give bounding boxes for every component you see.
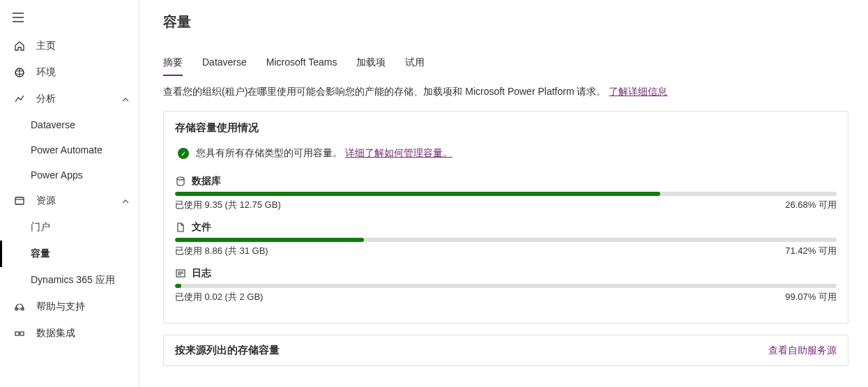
sidebar-item-label: 分析 [36,93,112,105]
usage-header: 文件 [175,221,837,234]
sidebar-item-label: Dynamics 365 应用 [31,274,129,287]
usage-available-text: 99.07% 可用 [785,291,837,303]
sidebar-item-label: Power Apps [31,169,129,181]
source-card-title: 按来源列出的存储容量 [175,344,280,357]
svg-rect-6 [15,197,24,204]
sidebar-item-2[interactable]: 分析 [0,86,139,112]
sidebar-item-11[interactable]: 数据集成 [0,320,139,347]
tab-3[interactable]: 加载项 [356,52,386,76]
sidebar-item-label: Dataverse [31,119,129,130]
file-icon [175,222,186,232]
tab-0[interactable]: 摘要 [163,52,183,76]
sidebar-item-label: 帮助与支持 [36,301,129,313]
sidebar-item-label: 环境 [36,66,129,79]
page-title: 容量 [163,13,848,31]
usage-bar-fill [175,238,364,242]
usage-bar-fill [175,192,660,196]
help-icon [13,301,26,312]
chevron-up-icon [122,94,129,104]
log-icon [175,269,186,278]
usage-block-1: 文件已使用 8.86 (共 31 GB)71.42% 可用 [175,221,837,257]
usage-block-0: 数据库已使用 9.35 (共 12.75 GB)26.68% 可用 [175,175,837,211]
sidebar-item-3[interactable]: Dataverse [0,112,139,137]
env-icon [13,67,26,78]
svg-rect-11 [20,332,24,335]
usage-footer: 已使用 0.02 (共 2 GB)99.07% 可用 [175,291,837,303]
tab-1[interactable]: Dataverse [202,52,247,76]
sidebar-item-label: 资源 [36,195,112,207]
usage-available-text: 71.42% 可用 [785,245,837,257]
integration-icon [13,328,26,339]
hamburger-menu[interactable] [0,4,139,33]
usage-available-text: 26.68% 可用 [785,199,837,211]
storage-card-title: 存储容量使用情况 [175,121,837,135]
sidebar-item-8[interactable]: 容量 [0,241,139,267]
sidebar-item-7[interactable]: 门户 [0,214,139,241]
resource-icon [13,195,26,206]
storage-usage-card: 存储容量使用情况 ✓ 您具有所有存储类型的可用容量。 详细了解如何管理容量。 数… [163,111,848,324]
sidebar-item-label: 主页 [36,40,129,52]
sidebar-item-1[interactable]: 环境 [0,59,139,86]
sidebar-item-0[interactable]: 主页 [0,33,139,59]
status-text: 您具有所有存储类型的可用容量。 [196,147,342,158]
usage-used-text: 已使用 9.35 (共 12.75 GB) [175,199,281,211]
sidebar: 主页环境分析DataversePower AutomatePower Apps资… [0,0,139,387]
storage-by-source-card: 按来源列出的存储容量 查看自助服务源 [163,335,848,366]
usage-footer: 已使用 8.86 (共 31 GB)71.42% 可用 [175,245,837,257]
description-text: 查看您的组织(租户)在哪里使用可能会影响您的产能的存储、加载项和 Microso… [163,86,606,97]
check-circle-icon: ✓ [178,148,189,159]
usage-name: 日志 [192,267,211,280]
self-service-sources-link[interactable]: 查看自助服务源 [768,344,837,357]
usage-block-2: 日志已使用 0.02 (共 2 GB)99.07% 可用 [175,267,837,303]
db-icon [175,176,186,186]
sidebar-item-9[interactable]: Dynamics 365 应用 [0,267,139,294]
tab-2[interactable]: Microsoft Teams [266,52,337,76]
status-line: ✓ 您具有所有存储类型的可用容量。 详细了解如何管理容量。 [175,147,837,160]
usage-header: 数据库 [175,175,837,188]
usage-bar [175,192,837,196]
usage-bar-fill [175,284,181,288]
analytics-icon [13,93,26,105]
usage-footer: 已使用 9.35 (共 12.75 GB)26.68% 可用 [175,199,837,211]
sidebar-item-label: Power Automate [31,144,129,155]
chevron-up-icon [122,196,129,206]
usage-used-text: 已使用 8.86 (共 31 GB) [175,245,268,257]
svg-rect-10 [15,332,19,335]
page-description: 查看您的组织(租户)在哪里使用可能会影响您的产能的存储、加载项和 Microso… [163,86,848,98]
sidebar-item-4[interactable]: Power Automate [0,137,139,162]
usage-bar [175,238,837,242]
hamburger-icon [13,11,24,26]
sidebar-item-6[interactable]: 资源 [0,188,139,214]
home-icon [13,40,26,52]
usage-name: 数据库 [192,175,221,188]
sidebar-item-label: 门户 [31,221,129,234]
sidebar-item-label: 容量 [31,248,129,260]
tabs: 摘要DataverseMicrosoft Teams加载项试用 [163,52,848,76]
main-content: 容量 摘要DataverseMicrosoft Teams加载项试用 查看您的组… [139,0,868,387]
svg-point-13 [177,177,184,180]
usage-bar [175,284,837,288]
sidebar-item-label: 数据集成 [36,327,129,340]
usage-name: 文件 [192,221,211,234]
learn-more-link[interactable]: 了解详细信息 [609,86,667,97]
tab-4[interactable]: 试用 [405,52,425,76]
sidebar-item-10[interactable]: 帮助与支持 [0,294,139,320]
usage-header: 日志 [175,267,837,280]
manage-capacity-link[interactable]: 详细了解如何管理容量。 [345,147,452,158]
usage-used-text: 已使用 0.02 (共 2 GB) [175,291,263,303]
sidebar-item-5[interactable]: Power Apps [0,162,139,188]
